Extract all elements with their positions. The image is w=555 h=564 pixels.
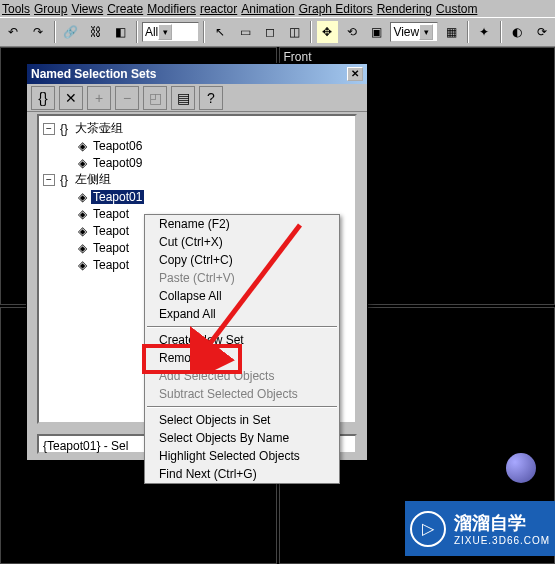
group-label[interactable]: 左侧组	[73, 171, 113, 188]
chevron-down-icon: ▾	[158, 24, 172, 40]
collapse-icon[interactable]: −	[43, 174, 55, 186]
help-icon[interactable]: ?	[199, 86, 223, 110]
cm-highlight-selected[interactable]: Highlight Selected Objects	[145, 447, 339, 465]
delete-set-icon[interactable]: ✕	[59, 86, 83, 110]
link-icon[interactable]: 🔗	[60, 20, 83, 44]
scale-icon[interactable]: ▣	[366, 20, 389, 44]
main-toolbar: ↶ ↷ 🔗 ⛓ ◧ All ▾ ↖ ▭ ◻ ◫ ✥ ⟲ ▣ View ▾ ▦ ✦…	[0, 17, 555, 47]
menu-separator	[147, 406, 337, 408]
status-text: {Teapot01} - Sel	[43, 439, 128, 453]
dialog-title: Named Selection Sets	[31, 67, 156, 81]
viewport-label: Front	[284, 50, 312, 64]
tree-item[interactable]: ◈ Teapot09	[43, 154, 351, 171]
window-crossing-icon[interactable]: ◫	[283, 20, 306, 44]
object-icon: ◈	[75, 156, 89, 170]
tree-group[interactable]: − {} 左侧组	[43, 171, 351, 188]
select-objects-icon[interactable]: ◰	[143, 86, 167, 110]
perspective-gizmo-icon	[496, 443, 546, 493]
item-label[interactable]: Teapot09	[91, 156, 144, 170]
item-label-selected[interactable]: Teapot01	[91, 190, 144, 204]
menu-group[interactable]: Group	[34, 2, 67, 16]
group-label[interactable]: 大茶壶组	[73, 120, 125, 137]
menu-create[interactable]: Create	[107, 2, 143, 16]
cm-rename[interactable]: Rename (F2)	[145, 215, 339, 233]
item-label[interactable]: Teapot	[91, 241, 131, 255]
object-icon: ◈	[75, 139, 89, 153]
cm-cut[interactable]: Cut (Ctrl+X)	[145, 233, 339, 251]
menu-views[interactable]: Views	[71, 2, 103, 16]
select-icon[interactable]: ↖	[209, 20, 232, 44]
watermark-cn: 溜溜自学	[454, 511, 550, 535]
cm-find-next[interactable]: Find Next (Ctrl+G)	[145, 465, 339, 483]
object-icon: ◈	[75, 258, 89, 272]
item-label[interactable]: Teapot06	[91, 139, 144, 153]
braces-icon: {}	[57, 173, 71, 187]
pivot-icon[interactable]: ▦	[440, 20, 463, 44]
menu-animation[interactable]: Animation	[241, 2, 294, 16]
collapse-icon[interactable]: −	[43, 123, 55, 135]
add-object-icon[interactable]: +	[87, 86, 111, 110]
dialog-toolbar: {} ✕ + − ◰ ▤ ?	[27, 84, 367, 112]
watermark-en: ZIXUE.3D66.COM	[454, 535, 550, 546]
dialog-titlebar[interactable]: Named Selection Sets ✕	[27, 64, 367, 84]
coord-label: View	[393, 25, 419, 39]
cm-paste: Paste (Ctrl+V)	[145, 269, 339, 287]
watermark-logo-icon: ▷	[410, 511, 446, 547]
select-by-name-icon[interactable]: ▤	[171, 86, 195, 110]
object-icon: ◈	[75, 207, 89, 221]
select-region-icon[interactable]: ◻	[258, 20, 281, 44]
context-menu: Rename (F2) Cut (Ctrl+X) Copy (Ctrl+C) P…	[144, 214, 340, 484]
unlink-icon[interactable]: ⛓	[84, 20, 107, 44]
watermark: ▷ 溜溜自学 ZIXUE.3D66.COM	[405, 501, 555, 556]
menu-customize[interactable]: Custom	[436, 2, 477, 16]
cm-expand-all[interactable]: Expand All	[145, 305, 339, 323]
menu-tools[interactable]: Tools	[2, 2, 30, 16]
undo-icon[interactable]: ↶	[2, 20, 25, 44]
braces-icon: {}	[57, 122, 71, 136]
redo-icon[interactable]: ↷	[27, 20, 50, 44]
rotate-icon[interactable]: ⟲	[341, 20, 364, 44]
selection-filter-dropdown[interactable]: All ▾	[142, 22, 199, 42]
object-icon: ◈	[75, 224, 89, 238]
item-label[interactable]: Teapot	[91, 224, 131, 238]
tree-item[interactable]: ◈ Teapot06	[43, 137, 351, 154]
cm-collapse-all[interactable]: Collapse All	[145, 287, 339, 305]
bind-icon[interactable]: ◧	[109, 20, 132, 44]
item-label[interactable]: Teapot	[91, 207, 131, 221]
main-menubar: Tools Group Views Create Modifiers react…	[0, 0, 555, 17]
menu-reactor[interactable]: reactor	[200, 2, 237, 16]
subtract-object-icon[interactable]: −	[115, 86, 139, 110]
cm-copy[interactable]: Copy (Ctrl+C)	[145, 251, 339, 269]
cm-add-selected: Add Selected Objects	[145, 367, 339, 385]
move-icon[interactable]: ✥	[316, 20, 339, 44]
cm-create-new-set[interactable]: Create New Set	[145, 331, 339, 349]
ref-coord-dropdown[interactable]: View ▾	[390, 22, 438, 42]
cm-subtract-selected: Subtract Selected Objects	[145, 385, 339, 403]
filter-label: All	[145, 25, 158, 39]
tree-group[interactable]: − {} 大茶壶组	[43, 120, 351, 137]
cm-remove[interactable]: Remove	[145, 349, 339, 367]
menu-separator	[147, 326, 337, 328]
menu-modifiers[interactable]: Modifiers	[147, 2, 196, 16]
cm-select-in-set[interactable]: Select Objects in Set	[145, 411, 339, 429]
angle-snap-icon[interactable]: ⟳	[530, 20, 553, 44]
menu-rendering[interactable]: Rendering	[377, 2, 432, 16]
chevron-down-icon: ▾	[419, 24, 433, 40]
item-label[interactable]: Teapot	[91, 258, 131, 272]
menu-graph-editors[interactable]: Graph Editors	[299, 2, 373, 16]
close-icon[interactable]: ✕	[347, 67, 363, 81]
tree-item[interactable]: ◈ Teapot01	[43, 188, 351, 205]
select-by-name-icon[interactable]: ▭	[234, 20, 257, 44]
create-set-icon[interactable]: {}	[31, 86, 55, 110]
object-icon: ◈	[75, 241, 89, 255]
cm-select-by-name[interactable]: Select Objects By Name	[145, 429, 339, 447]
select-manipulate-icon[interactable]: ✦	[473, 20, 496, 44]
object-icon: ◈	[75, 190, 89, 204]
snap-toggle-icon[interactable]: ◐	[506, 20, 529, 44]
